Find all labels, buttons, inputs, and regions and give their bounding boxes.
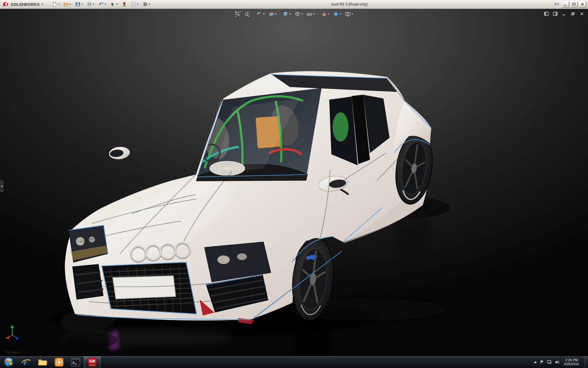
file-properties-button[interactable] [130,1,140,8]
left-intake[interactable] [72,264,104,300]
zoom-to-fit-icon [235,11,241,17]
section-view-icon [268,11,274,17]
close-icon [581,3,584,6]
document-minimize-icon [562,12,566,16]
taskbar-item-file-explorer[interactable] [34,356,51,368]
document-restore-button[interactable] [569,11,577,17]
options-gear-icon [142,2,148,7]
command-prompt-icon [70,357,81,367]
zoom-to-area-button[interactable] [244,11,251,17]
view-orientation-icon [283,11,289,17]
pane-right-icon [553,12,558,16]
rebuild-traffic-light-icon [122,2,127,7]
hidden-icons-button[interactable] [533,361,537,364]
panel-collapse-tab[interactable] [0,181,3,192]
print-button[interactable] [86,1,96,8]
toolbar-separator [253,12,254,17]
print-icon [87,2,92,7]
save-button[interactable] [74,1,84,8]
folder-icon [37,357,48,367]
action-center-button[interactable] [540,360,544,364]
save-icon [75,2,81,7]
section-view-button[interactable] [268,11,277,17]
car-model[interactable] [59,71,437,336]
select-button[interactable] [109,1,119,8]
pane-left-icon [544,12,549,16]
edit-appearance-button[interactable] [320,11,330,17]
options-button[interactable] [141,1,151,8]
show-desktop-button[interactable] [584,356,587,368]
taskbar: e SW 2015 [0,356,588,368]
minimize-button[interactable] [562,2,569,7]
clock-time: 2:26 PM [564,358,579,362]
windows-start-orb-icon [4,357,14,367]
open-folder-icon [63,2,69,7]
hide-show-items-button[interactable] [306,11,316,17]
document-close-icon [580,12,584,16]
pane-right-button[interactable] [552,11,559,17]
collapse-arrow-icon [1,185,2,187]
zoom-to-area-icon [244,11,251,17]
graphics-area[interactable]: *Dimetric [0,9,588,356]
heads-up-toolbar [234,11,354,17]
document-close-button[interactable] [578,11,586,17]
maximize-icon [572,3,575,6]
license-plate [113,276,176,299]
zoom-to-fit-button[interactable] [234,11,242,17]
left-mirror[interactable] [108,145,138,167]
taskbar-item-media-player[interactable] [51,356,67,368]
new-document-button[interactable] [51,1,61,8]
help-label: ? [554,2,557,7]
start-button[interactable] [0,356,18,368]
document-minimize-button[interactable] [560,11,568,17]
minimize-icon [564,3,567,6]
model-scene[interactable] [0,9,588,356]
toolbar-separator [318,12,318,17]
svg-text:SW: SW [89,359,95,363]
taskbar-item-internet-explorer[interactable]: e [18,356,34,368]
previous-view-button[interactable] [256,11,266,17]
pane-left-button[interactable] [543,11,550,17]
document-restore-icon [571,12,575,16]
apply-scene-button[interactable] [332,11,342,17]
file-properties-icon [131,2,136,7]
new-document-icon [52,2,57,7]
titlebar: SOLIDWORKS [0,0,588,9]
cage-through-window [333,112,349,142]
clock-date: 6/26/2015 [564,362,579,366]
open-button[interactable] [62,1,72,8]
network-button[interactable] [547,360,552,364]
view-orientation-button[interactable] [282,11,292,17]
svg-text:e: e [24,358,27,366]
rebuild-button[interactable] [121,1,128,8]
undo-button[interactable] [97,1,107,8]
speaker-icon [555,360,560,364]
apply-scene-globe-icon [333,11,339,17]
solidworks-logo: SOLIDWORKS [0,1,47,7]
titlebar-controls: ? [553,2,588,7]
hide-show-items-glasses-icon [307,11,313,17]
coordinate-triad [6,324,24,342]
volume-button[interactable] [555,360,560,364]
view-settings-button[interactable] [344,11,354,17]
display-style-button[interactable] [294,11,304,17]
display-style-icon [295,11,301,17]
hidden-icons-arrow-icon [533,361,537,364]
front-grille[interactable] [102,262,197,314]
file-toolbar [51,1,151,8]
taskbar-item-solidworks-2015[interactable]: SW 2015 [84,356,100,368]
taskbar-clock[interactable]: 2:26 PM 6/26/2015 [562,358,581,366]
view-orientation-label: *Dimetric [5,350,21,355]
menu-expand-arrow-icon[interactable] [42,3,43,6]
document-window-controls [543,11,586,17]
help-button[interactable]: ? [553,2,560,7]
window-title: Audi R8 S [Read-only] [331,0,368,9]
close-button[interactable] [579,2,586,7]
internet-explorer-icon: e [21,357,31,367]
network-icon [547,360,552,364]
previous-view-icon [256,11,262,17]
system-tray: 2:26 PM 6/26/2015 [533,356,588,368]
toolbar-separator [280,12,280,17]
maximize-button[interactable] [570,2,578,7]
taskbar-item-command-prompt[interactable] [67,356,84,368]
